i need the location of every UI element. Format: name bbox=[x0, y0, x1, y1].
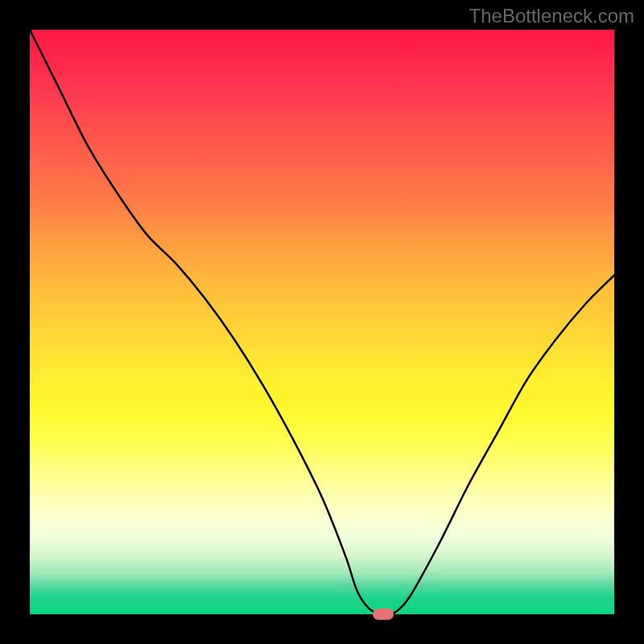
chart-plot-area bbox=[30, 30, 614, 614]
watermark-text: TheBottleneck.com bbox=[469, 5, 634, 27]
bottleneck-curve bbox=[30, 30, 614, 614]
optimal-point-marker bbox=[373, 609, 394, 620]
